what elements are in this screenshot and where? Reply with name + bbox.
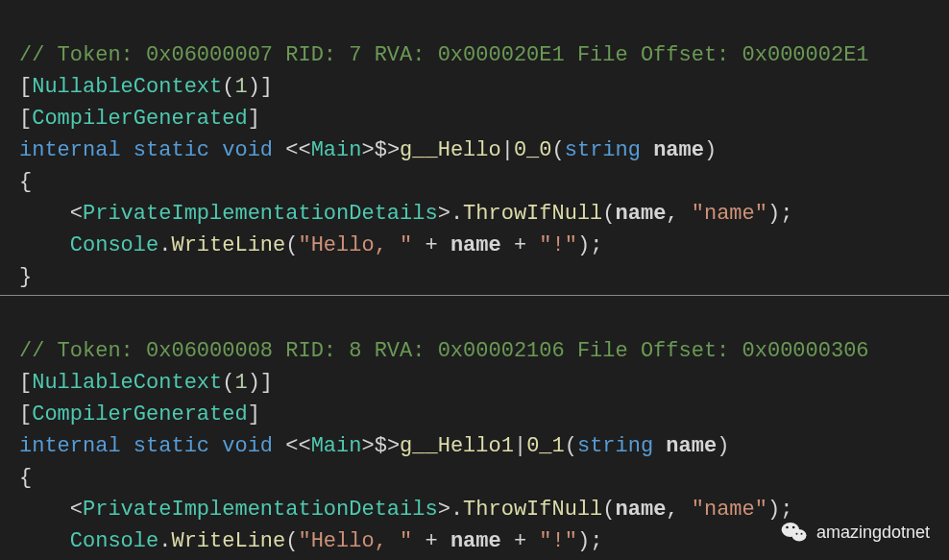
paren: ( [565, 434, 577, 458]
attr-bracket: [ [19, 75, 32, 99]
space [653, 434, 666, 458]
attr-bracket: ] [260, 75, 273, 99]
keyword: internal [19, 434, 121, 458]
plus-op: + [412, 233, 450, 257]
dot: . [158, 529, 171, 553]
space [209, 138, 222, 162]
wechat-icon [780, 518, 809, 547]
arg: name [616, 498, 667, 522]
method-name: g__Hello [400, 138, 501, 162]
paren: ) [577, 529, 590, 553]
type-name: Main [311, 138, 362, 162]
string-literal: "name" [692, 202, 767, 226]
space [679, 498, 692, 522]
paren: ( [602, 202, 615, 226]
svg-point-2 [786, 526, 789, 529]
semicolon: ; [590, 529, 602, 553]
attr-bracket: ] [260, 371, 273, 395]
space [121, 138, 134, 162]
type-name: Main [311, 434, 362, 458]
arg: name [450, 529, 501, 553]
indent [19, 233, 70, 257]
attr-type: CompilerGenerated [32, 107, 247, 131]
paren: ) [767, 202, 780, 226]
attr-type: NullableContext [32, 75, 222, 99]
comma: , [666, 498, 678, 522]
number-literal: 1 [234, 75, 247, 99]
brace: { [19, 170, 32, 194]
watermark-text: amazingdotnet [816, 520, 930, 546]
keyword: void [222, 138, 273, 162]
string-literal: "!" [539, 233, 577, 257]
space [679, 202, 692, 226]
paren: ) [577, 233, 590, 257]
angle-op: > [361, 434, 374, 458]
paren: ( [285, 233, 298, 257]
type-name: Console [70, 529, 158, 553]
type-name: Console [70, 233, 158, 257]
code-block-1: // Token: 0x06000007 RID: 7 RVA: 0x00002… [0, 0, 949, 296]
svg-point-4 [795, 533, 797, 535]
param-name: name [653, 138, 704, 162]
brace: { [19, 466, 32, 490]
indent [19, 498, 70, 522]
paren: ( [222, 75, 234, 99]
semicolon: ; [590, 233, 602, 257]
plus-op: + [412, 529, 450, 553]
svg-point-5 [800, 533, 802, 535]
attr-bracket: [ [19, 107, 32, 131]
space [641, 138, 653, 162]
paren: ) [704, 138, 717, 162]
angle-op: << [285, 434, 310, 458]
paren: ( [602, 498, 615, 522]
svg-point-3 [792, 526, 795, 529]
arg: name [616, 202, 667, 226]
type-name: PrivateImplementationDetails [83, 498, 438, 522]
comma: , [666, 202, 678, 226]
param-type: string [577, 434, 653, 458]
method-call: ThrowIfNull [463, 498, 602, 522]
attr-bracket: [ [19, 371, 32, 395]
keyword: void [222, 434, 273, 458]
paren: ) [717, 434, 729, 458]
param-type: string [565, 138, 641, 162]
paren: ) [248, 371, 260, 395]
angle-op: << [285, 138, 310, 162]
attr-type: CompilerGenerated [32, 402, 247, 426]
arg: name [450, 233, 501, 257]
attr-bracket: ] [248, 107, 260, 131]
paren: ( [222, 371, 234, 395]
string-literal: "Hello, " [298, 529, 412, 553]
paren: ) [248, 75, 260, 99]
space [121, 434, 134, 458]
angle-op: > [438, 202, 450, 226]
angle-op: < [70, 498, 83, 522]
string-literal: "!" [539, 529, 577, 553]
space [209, 434, 222, 458]
pipe-op: | [501, 138, 514, 162]
plus-op: + [501, 529, 540, 553]
dollar-op: $> [375, 138, 400, 162]
type-name: PrivateImplementationDetails [83, 202, 438, 226]
pipe-op: | [514, 434, 526, 458]
paren: ( [285, 529, 298, 553]
string-literal: "Hello, " [298, 233, 412, 257]
angle-op: > [438, 498, 450, 522]
attr-bracket: [ [19, 402, 32, 426]
plus-op: + [501, 233, 540, 257]
dot: . [450, 498, 463, 522]
space [273, 138, 285, 162]
indent [19, 202, 70, 226]
brace: } [19, 265, 32, 289]
svg-point-1 [791, 529, 806, 542]
dollar-op: $> [375, 434, 400, 458]
keyword: static [134, 434, 209, 458]
angle-op: > [361, 138, 374, 162]
indent [19, 529, 70, 553]
angle-op: < [70, 202, 83, 226]
method-index: 0_0 [514, 138, 552, 162]
keyword: internal [19, 138, 121, 162]
watermark: amazingdotnet [780, 518, 930, 547]
param-name: name [666, 434, 717, 458]
semicolon: ; [780, 202, 792, 226]
